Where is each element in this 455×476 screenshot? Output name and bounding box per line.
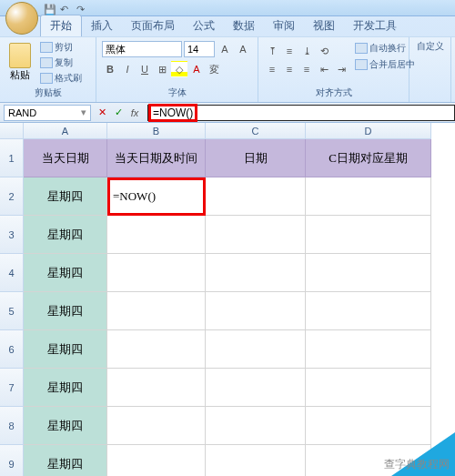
row-header-8[interactable]: 8 (0, 407, 24, 445)
row-header-9[interactable]: 9 (0, 445, 24, 476)
ribbon-tabs: 开始 插入 页面布局 公式 数据 审阅 视图 开发工具 (0, 16, 455, 36)
save-icon[interactable]: 💾 (44, 4, 55, 15)
cell-a3[interactable]: 星期四 (24, 216, 107, 254)
cell-c2[interactable] (206, 177, 306, 216)
cell-c7[interactable] (206, 369, 306, 407)
ribbon: 开始 插入 页面布局 公式 数据 审阅 视图 开发工具 粘贴 剪切 复制 格式刷… (0, 16, 455, 103)
cut-button[interactable]: 剪切 (38, 40, 84, 55)
copy-icon (40, 57, 53, 68)
tab-home[interactable]: 开始 (40, 15, 82, 36)
col-header-d[interactable]: D (306, 123, 431, 139)
cell-b5[interactable] (107, 292, 206, 330)
align-center-icon[interactable]: ≡ (281, 61, 298, 77)
cell-c5[interactable] (206, 292, 306, 330)
col-header-a[interactable]: A (24, 123, 107, 139)
paste-icon (9, 43, 31, 68)
grow-font-icon[interactable]: A (217, 41, 233, 57)
cell-d2[interactable] (306, 177, 431, 216)
row-header-7[interactable]: 7 (0, 369, 24, 407)
tab-review[interactable]: 审阅 (264, 15, 304, 36)
col-header-c[interactable]: C (206, 123, 306, 139)
cell-c9[interactable] (206, 445, 306, 476)
row-header-5[interactable]: 5 (0, 292, 24, 330)
align-bottom-icon[interactable]: ⤓ (298, 43, 315, 59)
font-name-select[interactable]: 黑体 (102, 41, 182, 57)
redo-icon[interactable]: ↷ (76, 4, 87, 15)
bold-button[interactable]: B (102, 61, 118, 77)
cell-a1[interactable]: 当天日期 (24, 139, 107, 177)
cell-d4[interactable] (306, 254, 431, 292)
cell-a8[interactable]: 星期四 (24, 407, 107, 445)
cell-d1[interactable]: C日期对应星期 (306, 139, 431, 177)
row-header-2[interactable]: 2 (0, 177, 24, 216)
cell-d7[interactable] (306, 369, 431, 407)
enter-formula-icon[interactable]: ✓ (111, 106, 126, 120)
watermark: 查字典教程网 (384, 457, 450, 472)
fx-icon[interactable]: fx (127, 106, 142, 120)
cell-b4[interactable] (107, 254, 206, 292)
cell-a5[interactable]: 星期四 (24, 292, 107, 330)
name-box[interactable]: RAND▾ (4, 105, 91, 121)
cell-a7[interactable]: 星期四 (24, 369, 107, 407)
paste-button[interactable]: 粘贴 (4, 43, 36, 82)
align-top-icon[interactable]: ⤒ (264, 43, 280, 59)
col-header-b[interactable]: B (107, 123, 206, 139)
indent-inc-icon[interactable]: ⇥ (333, 61, 349, 77)
row-header-4[interactable]: 4 (0, 254, 24, 292)
tab-formula[interactable]: 公式 (184, 15, 224, 36)
cell-b3[interactable] (107, 216, 206, 254)
select-all-corner[interactable] (0, 123, 24, 139)
font-size-select[interactable]: 14 (184, 41, 215, 57)
phonetic-button[interactable]: 変 (206, 61, 222, 77)
tab-view[interactable]: 视图 (304, 15, 344, 36)
row-header-6[interactable]: 6 (0, 330, 24, 369)
grid-area: A B C D 1 当天日期 当天日期及时间 日期 C日期对应星期 2 星期四 … (0, 123, 431, 476)
undo-icon[interactable]: ↶ (60, 4, 71, 15)
cell-b6[interactable] (107, 330, 206, 369)
indent-dec-icon[interactable]: ⇤ (316, 61, 332, 77)
merge-center-button[interactable]: 合并后居中 (353, 57, 417, 72)
cell-b8[interactable] (107, 407, 206, 445)
border-button[interactable]: ⊞ (154, 61, 170, 77)
cell-b9[interactable] (107, 445, 206, 476)
cell-d3[interactable] (306, 216, 431, 254)
shrink-font-icon[interactable]: A (235, 41, 251, 57)
custom-button[interactable]: 自定义 (413, 39, 447, 54)
tab-insert[interactable]: 插入 (82, 15, 122, 36)
tab-layout[interactable]: 页面布局 (122, 15, 184, 36)
cell-c6[interactable] (206, 330, 306, 369)
orientation-icon[interactable]: ⟲ (316, 43, 332, 59)
format-painter-button[interactable]: 格式刷 (38, 71, 84, 86)
office-button[interactable] (5, 2, 38, 35)
fill-color-button[interactable]: ◇ (171, 61, 187, 77)
italic-button[interactable]: I (119, 61, 136, 77)
align-left-icon[interactable]: ≡ (264, 61, 280, 77)
cell-b7[interactable] (107, 369, 206, 407)
cell-c1[interactable]: 日期 (206, 139, 306, 177)
row-header-1[interactable]: 1 (0, 139, 24, 177)
cell-d6[interactable] (306, 330, 431, 369)
copy-button[interactable]: 复制 (38, 56, 84, 70)
tab-data[interactable]: 数据 (224, 15, 264, 36)
cell-b1[interactable]: 当天日期及时间 (107, 139, 206, 177)
cell-a4[interactable]: 星期四 (24, 254, 107, 292)
font-color-button[interactable]: A (188, 61, 205, 77)
cell-c4[interactable] (206, 254, 306, 292)
cell-a9[interactable]: 星期四 (24, 445, 107, 476)
wrap-text-button[interactable]: 自动换行 (353, 41, 417, 56)
formula-text: =NOW() (148, 104, 197, 122)
cell-b2[interactable]: =NOW() (107, 177, 206, 216)
cell-a6[interactable]: 星期四 (24, 330, 107, 369)
cell-c3[interactable] (206, 216, 306, 254)
cell-d5[interactable] (306, 292, 431, 330)
cell-a2[interactable]: 星期四 (24, 177, 107, 216)
cancel-formula-icon[interactable]: ✕ (95, 106, 109, 120)
tab-dev[interactable]: 开发工具 (344, 15, 406, 36)
align-right-icon[interactable]: ≡ (298, 61, 315, 77)
align-middle-icon[interactable]: ≡ (281, 43, 298, 59)
formula-bar[interactable]: =NOW() (147, 105, 455, 121)
row-header-3[interactable]: 3 (0, 216, 24, 254)
underline-button[interactable]: U (136, 61, 153, 77)
chevron-down-icon[interactable]: ▾ (81, 106, 86, 118)
cell-c8[interactable] (206, 407, 306, 445)
